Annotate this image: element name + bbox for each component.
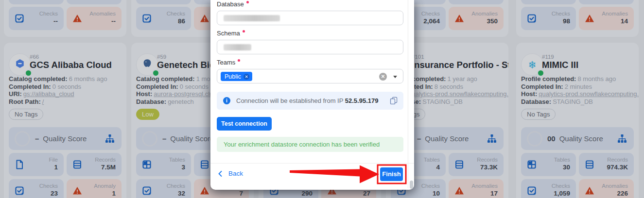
chevron-down-icon[interactable] xyxy=(393,76,397,78)
schema-input[interactable] xyxy=(217,40,403,54)
scrollbar-thumb[interactable] xyxy=(410,181,413,189)
required-marker xyxy=(238,59,240,62)
chevron-left-icon xyxy=(218,171,222,177)
test-connection-button[interactable]: Test connection xyxy=(217,117,272,131)
finish-button[interactable]: Finish xyxy=(380,167,403,181)
ip-address: 52.5.95.179 xyxy=(345,97,379,104)
required-marker xyxy=(246,1,249,3)
back-button[interactable]: Back xyxy=(218,170,243,177)
copy-icon[interactable] xyxy=(390,97,398,104)
clear-selection-icon[interactable]: ✕ xyxy=(379,73,387,81)
datastore-explore-page: Checks-- Anomalies-- #66 GCS Alibaba Clo… xyxy=(0,0,644,198)
chip-remove-icon[interactable]: ✕ xyxy=(244,74,249,80)
scrollbar-track xyxy=(408,0,408,188)
schema-field-label: Schema xyxy=(217,30,245,37)
ip-info-banner: i Connection will be established from IP… xyxy=(217,92,403,110)
database-field-label: Database xyxy=(217,0,249,8)
enrichment-datastore-dialog: Database Schema Teams Public✕ ✕ i Connec… xyxy=(210,0,414,190)
info-icon: i xyxy=(223,97,230,104)
required-marker xyxy=(243,30,245,33)
redacted-value xyxy=(224,15,280,21)
connection-verified-banner: Your enrichment datastore connection has… xyxy=(217,137,403,152)
redacted-value xyxy=(224,44,251,50)
database-input[interactable] xyxy=(217,11,403,25)
teams-field-label: Teams xyxy=(217,59,240,66)
footer-divider xyxy=(210,163,414,164)
teams-select[interactable]: Public✕ ✕ xyxy=(217,69,403,83)
team-chip: Public✕ xyxy=(221,72,252,81)
ip-info-text: Connection will be established from IP 5… xyxy=(236,97,378,104)
